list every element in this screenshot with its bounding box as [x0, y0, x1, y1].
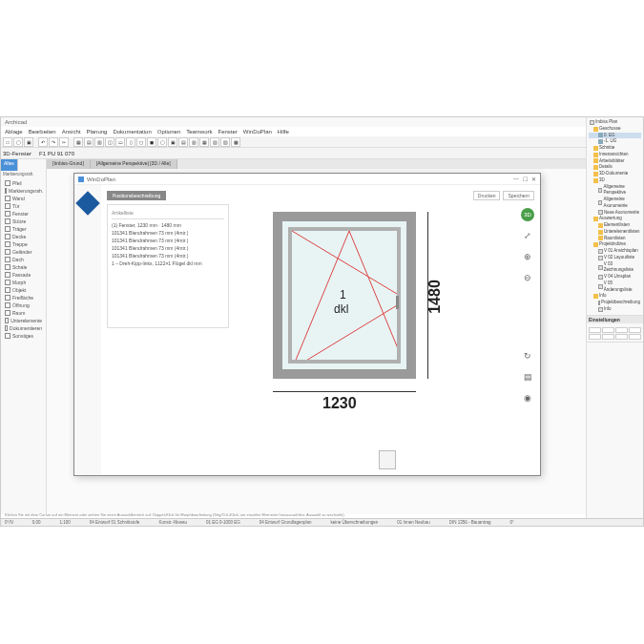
- tree-item[interactable]: Unterelementlisten: [589, 229, 641, 236]
- tool-item[interactable]: Dach: [3, 256, 44, 263]
- tree-item[interactable]: Projektbeschreibung: [589, 300, 641, 306]
- prop-cell[interactable]: [589, 327, 601, 333]
- tree-item[interactable]: Auswertung: [589, 216, 641, 222]
- tree-item[interactable]: Info: [589, 293, 641, 300]
- tree-item[interactable]: Details: [589, 164, 641, 171]
- tool-item[interactable]: Öffnung: [3, 301, 44, 309]
- zoom-in-icon[interactable]: ⊕: [521, 250, 534, 263]
- view-3d-button[interactable]: 3D: [521, 208, 534, 221]
- tree-item[interactable]: Projektindizes: [589, 241, 641, 248]
- tb-btn[interactable]: ▤: [84, 137, 93, 147]
- tree-item[interactable]: Allgemeine Axonometrie: [589, 197, 641, 210]
- prop-cell[interactable]: [615, 334, 628, 340]
- menu-item[interactable]: Hilfe: [278, 129, 289, 135]
- menu-item[interactable]: Teamwork: [186, 129, 212, 135]
- tool-item[interactable]: Stütze: [3, 218, 44, 225]
- canvas[interactable]: WinDoPlan — ☐ ✕ Positionsbeschreibung: [47, 169, 643, 514]
- dialog-maximize-icon[interactable]: ☐: [523, 176, 528, 182]
- tree-item[interactable]: Info: [589, 306, 641, 313]
- properties-header[interactable]: Einstellungen: [587, 316, 643, 323]
- tb-btn[interactable]: ▨: [220, 137, 230, 147]
- view-mode-label[interactable]: 3D-Fenster: [3, 151, 31, 156]
- prop-cell[interactable]: [629, 334, 641, 340]
- tb-new-icon[interactable]: □: [3, 137, 12, 147]
- rotate-icon[interactable]: ↻: [521, 349, 534, 363]
- tb-btn[interactable]: ▩: [231, 137, 240, 147]
- tb-redo-icon[interactable]: ↷: [49, 137, 58, 147]
- zoom-out-icon[interactable]: ⊖: [521, 271, 534, 284]
- tree-item[interactable]: Imbiss Plan: [589, 119, 641, 126]
- menu-item[interactable]: Dokumentation: [113, 129, 151, 135]
- prop-cell[interactable]: [589, 334, 601, 340]
- tool-item[interactable]: Dokumentieren: [3, 324, 44, 332]
- tool-item[interactable]: Fenster: [3, 210, 44, 218]
- tree-item[interactable]: Neue Axonometrie: [589, 210, 641, 217]
- tool-item[interactable]: Decke: [3, 233, 44, 240]
- tb-cut-icon[interactable]: ✂: [59, 137, 69, 147]
- tb-btn[interactable]: ▤: [178, 137, 188, 147]
- thumbnail-preview[interactable]: [379, 450, 396, 469]
- menu-item[interactable]: Ansicht: [62, 129, 81, 135]
- menu-item[interactable]: Ablage: [5, 129, 23, 135]
- prop-cell[interactable]: [629, 327, 641, 333]
- dialog-minimize-icon[interactable]: —: [513, 176, 519, 182]
- tb-btn[interactable]: ▦: [73, 137, 83, 147]
- tool-item[interactable]: Geländer: [3, 248, 44, 256]
- settings-icon[interactable]: ◉: [521, 391, 534, 405]
- tool-item[interactable]: Wand: [3, 195, 44, 202]
- document-tab[interactable]: [Imbiss-Grund]: [47, 159, 91, 169]
- tree-item[interactable]: 0. EG: [589, 133, 641, 139]
- menu-item[interactable]: Fenster: [218, 129, 238, 135]
- position-description-button[interactable]: Positionsbeschreibung: [107, 191, 166, 200]
- menu-item[interactable]: Optionen: [157, 129, 180, 135]
- tb-btn[interactable]: ▥: [189, 137, 198, 147]
- tb-btn[interactable]: ▦: [199, 137, 209, 147]
- tool-item[interactable]: Markierungsrah.: [3, 187, 44, 195]
- toolbox-subtab[interactable]: Markierungsrah.: [1, 171, 46, 177]
- tree-item[interactable]: Elementlisten: [589, 222, 641, 229]
- layers-icon[interactable]: ▤: [521, 370, 534, 384]
- tb-btn[interactable]: ▯: [126, 137, 135, 147]
- tb-btn[interactable]: ▥: [94, 137, 104, 147]
- print-button[interactable]: Drucken: [473, 191, 501, 200]
- tb-save-icon[interactable]: ▣: [24, 137, 33, 147]
- prop-cell[interactable]: [615, 327, 628, 333]
- tool-item[interactable]: Unterelemente: [3, 317, 44, 324]
- menu-item[interactable]: Planung: [86, 129, 107, 135]
- tool-item[interactable]: Träger: [3, 225, 44, 233]
- tree-item[interactable]: Geschosse: [589, 126, 641, 133]
- tree-item[interactable]: -1. UG: [589, 138, 641, 145]
- tb-undo-icon[interactable]: ↶: [38, 137, 48, 147]
- tree-item[interactable]: Allgemeine Perspektive: [589, 184, 641, 197]
- tool-item[interactable]: Objekt: [3, 286, 44, 294]
- tree-item[interactable]: V 01 Ansichtsplan: [589, 248, 641, 255]
- menu-item[interactable]: WinDoPlan: [243, 129, 272, 135]
- tree-item[interactable]: V 04 Umsplan: [589, 274, 641, 280]
- tb-btn[interactable]: ▢: [157, 137, 167, 147]
- tree-item[interactable]: Arbeitsblätter: [589, 158, 641, 165]
- tool-item[interactable]: Schale: [3, 263, 44, 271]
- toolbox-tab-all[interactable]: Alles: [1, 159, 18, 171]
- tree-item[interactable]: 3D: [589, 177, 641, 184]
- tool-item[interactable]: Pfeil: [3, 179, 44, 187]
- prop-cell[interactable]: [602, 327, 614, 333]
- tree-item[interactable]: V 03 Zeichnungsliste: [589, 261, 641, 275]
- tree-item[interactable]: Raumlisten: [589, 236, 641, 242]
- tb-btn[interactable]: ▭: [115, 137, 125, 147]
- tree-item[interactable]: V 02 Layoutliste: [589, 255, 641, 261]
- menu-item[interactable]: Bearbeiten: [29, 129, 56, 135]
- save-button[interactable]: Speichern: [503, 191, 534, 200]
- tb-btn[interactable]: ▧: [210, 137, 219, 147]
- document-tab[interactable]: [Allgemeine Perspektive] [3D / Alle]: [91, 159, 177, 169]
- tb-open-icon[interactable]: ▢: [13, 137, 23, 147]
- tb-btn[interactable]: ◼: [147, 137, 156, 147]
- fit-view-icon[interactable]: ⤢: [521, 229, 534, 242]
- tool-item[interactable]: Morph: [3, 279, 44, 286]
- tb-btn[interactable]: ◻: [136, 137, 146, 147]
- prop-cell[interactable]: [602, 334, 614, 340]
- tree-item[interactable]: Innenansichten: [589, 152, 641, 158]
- tool-item[interactable]: Fassade: [3, 271, 44, 279]
- tool-item[interactable]: Tür: [3, 202, 44, 210]
- tree-item[interactable]: 3D-Dokumente: [589, 171, 641, 177]
- tool-item[interactable]: Freifläche: [3, 294, 44, 301]
